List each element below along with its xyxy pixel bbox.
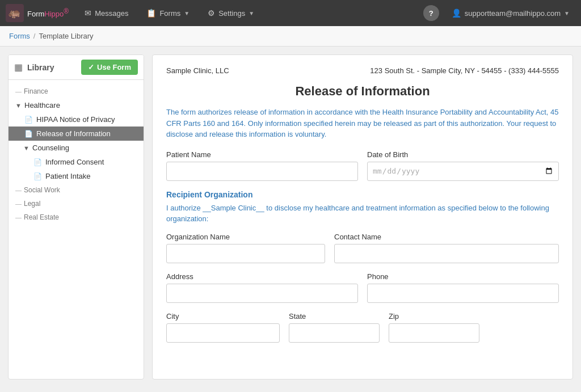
org-name-group: Organization Name: [166, 233, 325, 263]
contact-name-group: Contact Name: [334, 233, 559, 263]
contact-name-label: Contact Name: [334, 233, 559, 241]
informed-consent-doc-icon: 📄: [33, 158, 42, 166]
help-button[interactable]: ?: [423, 5, 439, 21]
dob-input[interactable]: [367, 162, 559, 181]
sidebar-item-social-work[interactable]: Social Work: [9, 183, 144, 197]
hippo-logo-icon: 🦛: [6, 4, 24, 22]
forms-dropdown-arrow: ▼: [184, 10, 190, 16]
state-group: State: [289, 312, 380, 343]
recipient-org-section: Recipient Organization I authorize __Sam…: [166, 190, 559, 225]
patient-name-label: Patient Name: [166, 150, 358, 159]
messages-icon: ✉: [85, 9, 91, 18]
breadcrumb: Forms / Template Library: [0, 26, 581, 47]
nav-messages[interactable]: ✉ Messages: [77, 0, 136, 26]
org-name-contact-row: Organization Name Contact Name: [166, 233, 559, 263]
clinic-name: Sample Clinic, LLC: [166, 66, 229, 75]
sidebar-item-release-of-information[interactable]: 📄 Release of Information: [9, 127, 144, 141]
sidebar-item-real-estate[interactable]: Real Estate: [9, 210, 144, 224]
patient-name-group: Patient Name: [166, 150, 358, 181]
org-name-label: Organization Name: [166, 233, 325, 241]
patient-info-row: Patient Name Date of Birth: [166, 150, 559, 181]
sidebar-item-informed-consent[interactable]: 📄 Informed Consent: [9, 155, 144, 169]
recipient-org-title: Recipient Organization: [166, 190, 559, 199]
address-group: Address: [166, 272, 358, 303]
recipient-org-desc: I authorize __Sample Clinic__ to disclos…: [166, 203, 559, 225]
template-library-sidebar: ▦ Library ✓ Use Form Finance ▼ Healthcar…: [8, 54, 144, 380]
settings-dropdown-arrow: ▼: [249, 10, 254, 16]
settings-gear-icon: ⚙: [208, 9, 215, 18]
use-form-button[interactable]: ✓ Use Form: [81, 60, 138, 75]
breadcrumb-separator: /: [33, 32, 36, 40]
phone-label: Phone: [367, 272, 559, 281]
state-label: State: [289, 312, 380, 321]
state-input[interactable]: [289, 323, 380, 343]
user-menu[interactable]: 👤 supportteam@mailhippo.com ▼: [446, 9, 575, 18]
top-navigation: 🦛 FormHippo® ✉ Messages 📋 Forms ▼ ⚙ Sett…: [0, 0, 581, 26]
dob-label: Date of Birth: [367, 150, 559, 159]
sidebar-item-finance[interactable]: Finance: [9, 85, 144, 98]
brand-name: FormHippo®: [27, 7, 69, 18]
patient-name-input[interactable]: [166, 162, 358, 181]
breadcrumb-current-page: Template Library: [39, 32, 93, 40]
breadcrumb-forms-link[interactable]: Forms: [9, 32, 30, 40]
address-label: Address: [166, 272, 358, 281]
library-icon: ▦: [14, 62, 23, 73]
phone-input[interactable]: [367, 284, 559, 303]
sidebar-header: ▦ Library ✓ Use Form: [9, 55, 144, 80]
city-input[interactable]: [166, 323, 280, 343]
sidebar-item-patient-intake[interactable]: 📄 Patient Intake: [9, 169, 144, 183]
city-label: City: [166, 312, 280, 321]
forms-icon: 📋: [146, 9, 156, 18]
healthcare-expand-icon: ▼: [15, 102, 22, 109]
form-title: Release of Information: [166, 84, 559, 99]
nav-settings[interactable]: ⚙ Settings ▼: [200, 0, 262, 26]
address-input[interactable]: [166, 284, 358, 303]
zip-group: Zip: [389, 312, 479, 343]
release-doc-icon: 📄: [24, 130, 33, 138]
form-description: The form authorizes release of informati…: [166, 107, 559, 140]
sidebar-item-healthcare[interactable]: ▼ Healthcare: [9, 98, 144, 112]
brand-logo-area: 🦛 FormHippo®: [6, 4, 69, 22]
hipaa-doc-icon: 📄: [24, 116, 33, 124]
zip-input[interactable]: [389, 323, 479, 343]
svg-text:🦛: 🦛: [8, 7, 21, 19]
user-dropdown-arrow: ▼: [564, 10, 570, 16]
form-preview-panel: Sample Clinic, LLC 123 South St. - Sampl…: [152, 54, 573, 380]
counseling-expand-icon: ▼: [23, 145, 30, 151]
sidebar-item-counseling[interactable]: ▼ Counseling: [9, 141, 144, 155]
contact-name-input[interactable]: [334, 244, 559, 263]
city-state-zip-row: City State Zip: [166, 312, 559, 343]
patient-intake-doc-icon: 📄: [33, 172, 42, 180]
zip-label: Zip: [389, 312, 479, 321]
template-tree: Finance ▼ Healthcare 📄 HIPAA Notice of P…: [9, 80, 144, 229]
sidebar-library-label: Library: [27, 63, 77, 72]
address-phone-row: Address Phone: [166, 272, 559, 303]
nav-forms[interactable]: 📋 Forms ▼: [138, 0, 197, 26]
sidebar-item-hipaa[interactable]: 📄 HIPAA Notice of Privacy: [9, 112, 144, 127]
sidebar-item-legal[interactable]: Legal: [9, 197, 144, 210]
form-header: Sample Clinic, LLC 123 South St. - Sampl…: [166, 66, 559, 75]
phone-group: Phone: [367, 272, 559, 303]
dob-group: Date of Birth: [367, 150, 559, 181]
clinic-address: 123 South St. - Sample City, NY - 54455 …: [370, 66, 559, 75]
city-group: City: [166, 312, 280, 343]
org-name-input[interactable]: [166, 244, 325, 263]
main-layout: ▦ Library ✓ Use Form Finance ▼ Healthcar…: [0, 47, 581, 387]
user-icon: 👤: [452, 9, 461, 18]
use-form-check-icon: ✓: [88, 63, 94, 71]
